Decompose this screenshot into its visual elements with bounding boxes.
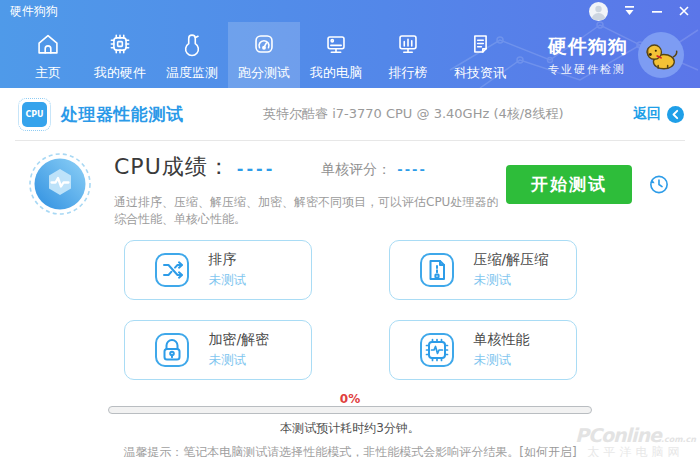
page-title: 处理器性能测试: [61, 103, 184, 126]
test-name: 压缩/解压缩: [474, 251, 549, 269]
test-name: 加密/解密: [209, 331, 270, 349]
thermometer-icon: [177, 29, 207, 59]
start-area: 开始测试: [506, 165, 670, 204]
progress-section: 0% 本测试预计耗时约3分钟。: [108, 393, 592, 437]
test-description: 通过排序、压缩、解压缩、加密、解密不同项目，可以评估CPU处理器的综合性能、单核…: [114, 194, 506, 228]
titlebar: 硬件狗狗: [0, 0, 700, 22]
nav-item-benchmark[interactable]: 跑分测试: [228, 22, 300, 88]
close-button[interactable]: [678, 5, 690, 17]
chip-pulse-icon: [417, 330, 457, 370]
nav-item-temperature[interactable]: 温度监测: [156, 22, 228, 88]
dog-icon: [642, 36, 680, 74]
news-document-icon: [465, 29, 495, 59]
window-title: 硬件狗狗: [10, 3, 58, 20]
nav-item-home[interactable]: 主页: [12, 22, 84, 88]
nav-label: 跑分测试: [238, 64, 290, 82]
nav-label: 我的电脑: [310, 64, 362, 82]
test-name: 排序: [209, 251, 247, 269]
brand-area: 硬件狗狗 专业硬件检测: [548, 22, 700, 88]
score-row: CPU成绩： ---- 单核评分： ---- 通过排序、压缩、解压缩、加密、解密…: [0, 141, 700, 228]
dog-mascot-logo: [638, 32, 684, 78]
test-status: 未测试: [209, 352, 270, 369]
cpu-score-badge-icon: [28, 152, 92, 216]
minimize-button[interactable]: [651, 5, 663, 17]
main-content: CPU成绩： ---- 单核评分： ---- 通过排序、压缩、解压缩、加密、解密…: [0, 141, 700, 457]
test-card-single-core: 单核性能 未测试: [389, 320, 577, 380]
shuffle-icon: [152, 250, 192, 290]
brand-subtitle: 专业硬件检测: [548, 62, 628, 77]
tip-line: 温馨提示：笔记本电脑测试请选择性能模式，非性能模式会影响评分结果。[如何开启]: [0, 444, 700, 457]
brand-title: 硬件狗狗: [548, 34, 628, 60]
test-card-sort: 排序 未测试: [124, 240, 312, 300]
bar-chart-icon: [393, 29, 423, 59]
gauge-icon: [249, 29, 279, 59]
nav-item-ranking[interactable]: 排行榜: [372, 22, 444, 88]
nav-item-my-hardware[interactable]: 我的硬件: [84, 22, 156, 88]
single-core-value: ----: [397, 162, 427, 177]
test-cards: 排序 未测试 压缩/解压缩 未测试: [0, 240, 700, 380]
nav-label: 温度监测: [166, 64, 218, 82]
nav-item-tech-news[interactable]: 科技资讯: [444, 22, 516, 88]
chip-icon: [105, 29, 135, 59]
app-window: 硬件狗狗: [0, 0, 700, 457]
top-header: 硬件狗狗: [0, 0, 700, 88]
monitor-icon: [321, 29, 351, 59]
back-button[interactable]: 返回: [633, 105, 684, 123]
user-icon: [589, 2, 608, 21]
cpu-score-value: ----: [237, 159, 276, 178]
page-subheader: CPU 处理器性能测试 英特尔酷睿 i7-3770 CPU @ 3.40GHz …: [0, 88, 700, 140]
test-card-encrypt: 加密/解密 未测试: [124, 320, 312, 380]
cpu-score-label: CPU成绩：: [114, 152, 231, 182]
nav-label: 主页: [35, 64, 61, 82]
progress-percent: 0%: [108, 393, 592, 405]
main-nav: 主页 我的硬件 温度监测: [0, 22, 700, 88]
back-arrow-icon: [667, 106, 684, 123]
lock-icon: [152, 330, 192, 370]
single-core-label: 单核评分：: [321, 161, 391, 179]
back-label: 返回: [633, 105, 661, 123]
zip-file-icon: [417, 250, 457, 290]
cpu-chip-badge-icon: CPU: [22, 102, 47, 127]
nav-label: 科技资讯: [454, 64, 506, 82]
tip-text: 温馨提示：笔记本电脑测试请选择性能模式，非性能模式会影响评分结果。: [123, 445, 519, 457]
start-test-button[interactable]: 开始测试: [506, 165, 632, 204]
how-to-enable-link[interactable]: [如何开启]: [519, 445, 576, 457]
nav-item-my-computer[interactable]: 我的电脑: [300, 22, 372, 88]
cpu-model-text: 英特尔酷睿 i7-3770 CPU @ 3.40GHz (4核/8线程): [184, 105, 634, 123]
titlebar-controls: [589, 2, 690, 21]
progress-caption: 本测试预计耗时约3分钟。: [108, 420, 592, 437]
test-status: 未测试: [209, 272, 247, 289]
test-status: 未测试: [474, 272, 549, 289]
minimize-to-tray-icon[interactable]: [623, 5, 636, 17]
home-icon: [33, 29, 63, 59]
history-icon[interactable]: [647, 173, 670, 196]
progress-bar: [108, 406, 592, 414]
test-status: 未测试: [474, 352, 530, 369]
nav-label: 排行榜: [389, 64, 428, 82]
test-card-compress: 压缩/解压缩 未测试: [389, 240, 577, 300]
nav-label: 我的硬件: [94, 64, 146, 82]
test-name: 单核性能: [474, 331, 530, 349]
user-avatar[interactable]: [589, 2, 608, 21]
